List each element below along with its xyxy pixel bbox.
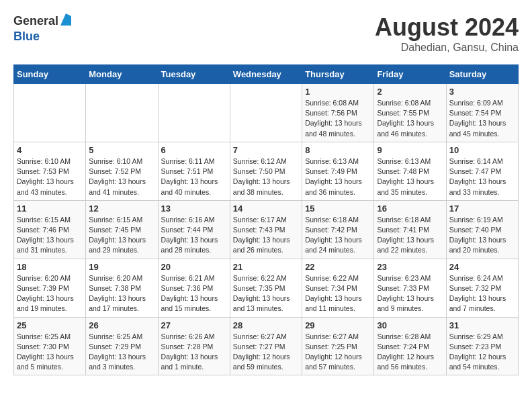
calendar-cell: 22Sunrise: 6:22 AM Sunset: 7:34 PM Dayli…: [302, 259, 374, 317]
logo-icon: [60, 13, 71, 26]
calendar-cell: 20Sunrise: 6:21 AM Sunset: 7:36 PM Dayli…: [158, 259, 230, 317]
day-number: 29: [305, 320, 371, 330]
day-of-week-header: Wednesday: [230, 65, 302, 84]
calendar-header-row: SundayMondayTuesdayWednesdayThursdayFrid…: [14, 65, 519, 84]
calendar-cell: [230, 84, 302, 142]
calendar-cell: 24Sunrise: 6:24 AM Sunset: 7:32 PM Dayli…: [446, 259, 518, 317]
day-info: Sunrise: 6:08 AM Sunset: 7:55 PM Dayligh…: [377, 98, 443, 139]
day-of-week-header: Thursday: [302, 65, 374, 84]
day-of-week-header: Saturday: [446, 65, 518, 84]
day-info: Sunrise: 6:23 AM Sunset: 7:33 PM Dayligh…: [377, 273, 443, 314]
day-info: Sunrise: 6:15 AM Sunset: 7:45 PM Dayligh…: [89, 215, 154, 256]
calendar-cell: 7Sunrise: 6:12 AM Sunset: 7:50 PM Daylig…: [230, 142, 302, 200]
day-number: 7: [233, 145, 299, 155]
day-number: 6: [161, 145, 227, 155]
calendar-cell: 1Sunrise: 6:08 AM Sunset: 7:56 PM Daylig…: [302, 84, 374, 142]
day-info: Sunrise: 6:18 AM Sunset: 7:41 PM Dayligh…: [377, 215, 443, 256]
calendar-cell: 19Sunrise: 6:20 AM Sunset: 7:38 PM Dayli…: [86, 259, 158, 317]
day-number: 24: [449, 262, 515, 272]
day-info: Sunrise: 6:25 AM Sunset: 7:30 PM Dayligh…: [17, 332, 83, 373]
calendar-cell: 2Sunrise: 6:08 AM Sunset: 7:55 PM Daylig…: [374, 84, 446, 142]
day-number: 4: [17, 145, 83, 155]
day-number: 14: [233, 203, 299, 214]
day-number: 9: [377, 145, 443, 155]
day-number: 17: [449, 203, 515, 214]
calendar-cell: 25Sunrise: 6:25 AM Sunset: 7:30 PM Dayli…: [14, 317, 86, 375]
day-number: 20: [161, 262, 227, 272]
day-number: 3: [449, 87, 515, 97]
page-header: General Blue August 2024 Dahedian, Gansu…: [13, 13, 519, 54]
location-subtitle: Dahedian, Gansu, China: [375, 42, 519, 54]
calendar-cell: 17Sunrise: 6:19 AM Sunset: 7:40 PM Dayli…: [446, 200, 518, 259]
calendar-cell: 11Sunrise: 6:15 AM Sunset: 7:46 PM Dayli…: [14, 200, 86, 259]
day-info: Sunrise: 6:14 AM Sunset: 7:47 PM Dayligh…: [449, 156, 515, 197]
day-number: 12: [89, 203, 154, 214]
calendar-cell: 6Sunrise: 6:11 AM Sunset: 7:51 PM Daylig…: [158, 142, 230, 200]
calendar-week-row: 1Sunrise: 6:08 AM Sunset: 7:56 PM Daylig…: [14, 84, 519, 142]
day-info: Sunrise: 6:18 AM Sunset: 7:42 PM Dayligh…: [305, 215, 371, 256]
day-info: Sunrise: 6:20 AM Sunset: 7:38 PM Dayligh…: [89, 273, 154, 314]
calendar-cell: 9Sunrise: 6:13 AM Sunset: 7:48 PM Daylig…: [374, 142, 446, 200]
day-info: Sunrise: 6:13 AM Sunset: 7:49 PM Dayligh…: [305, 156, 371, 197]
calendar-week-row: 4Sunrise: 6:10 AM Sunset: 7:53 PM Daylig…: [14, 142, 519, 200]
calendar-week-row: 11Sunrise: 6:15 AM Sunset: 7:46 PM Dayli…: [14, 200, 519, 259]
day-info: Sunrise: 6:27 AM Sunset: 7:25 PM Dayligh…: [305, 332, 371, 373]
calendar-cell: 5Sunrise: 6:10 AM Sunset: 7:52 PM Daylig…: [86, 142, 158, 200]
svg-marker-0: [60, 13, 71, 26]
calendar-cell: 8Sunrise: 6:13 AM Sunset: 7:49 PM Daylig…: [302, 142, 374, 200]
calendar-cell: 31Sunrise: 6:29 AM Sunset: 7:23 PM Dayli…: [446, 317, 518, 375]
day-info: Sunrise: 6:10 AM Sunset: 7:53 PM Dayligh…: [17, 156, 83, 197]
day-number: 22: [305, 262, 371, 272]
calendar-cell: 28Sunrise: 6:27 AM Sunset: 7:27 PM Dayli…: [230, 317, 302, 375]
month-year-title: August 2024: [375, 13, 519, 42]
calendar-cell: [14, 84, 86, 142]
day-info: Sunrise: 6:10 AM Sunset: 7:52 PM Dayligh…: [89, 156, 154, 197]
calendar-cell: 16Sunrise: 6:18 AM Sunset: 7:41 PM Dayli…: [374, 200, 446, 259]
day-info: Sunrise: 6:15 AM Sunset: 7:46 PM Dayligh…: [17, 215, 83, 256]
day-info: Sunrise: 6:19 AM Sunset: 7:40 PM Dayligh…: [449, 215, 515, 256]
calendar-cell: 10Sunrise: 6:14 AM Sunset: 7:47 PM Dayli…: [446, 142, 518, 200]
day-info: Sunrise: 6:12 AM Sunset: 7:50 PM Dayligh…: [233, 156, 299, 197]
day-number: 30: [377, 320, 443, 330]
calendar-cell: 15Sunrise: 6:18 AM Sunset: 7:42 PM Dayli…: [302, 200, 374, 259]
day-number: 31: [449, 320, 515, 330]
day-of-week-header: Monday: [86, 65, 158, 84]
day-info: Sunrise: 6:09 AM Sunset: 7:54 PM Dayligh…: [449, 98, 515, 139]
day-info: Sunrise: 6:24 AM Sunset: 7:32 PM Dayligh…: [449, 273, 515, 314]
calendar-cell: 21Sunrise: 6:22 AM Sunset: 7:35 PM Dayli…: [230, 259, 302, 317]
day-info: Sunrise: 6:27 AM Sunset: 7:27 PM Dayligh…: [233, 332, 299, 373]
calendar-cell: 27Sunrise: 6:26 AM Sunset: 7:28 PM Dayli…: [158, 317, 230, 375]
day-info: Sunrise: 6:25 AM Sunset: 7:29 PM Dayligh…: [89, 332, 154, 373]
day-info: Sunrise: 6:17 AM Sunset: 7:43 PM Dayligh…: [233, 215, 299, 256]
day-info: Sunrise: 6:28 AM Sunset: 7:24 PM Dayligh…: [377, 332, 443, 373]
day-number: 28: [233, 320, 299, 330]
day-number: 13: [161, 203, 227, 214]
logo-blue: Blue: [13, 30, 40, 44]
day-number: 19: [89, 262, 154, 272]
day-info: Sunrise: 6:08 AM Sunset: 7:56 PM Dayligh…: [305, 98, 371, 139]
title-block: August 2024 Dahedian, Gansu, China: [375, 13, 519, 54]
day-number: 23: [377, 262, 443, 272]
day-info: Sunrise: 6:21 AM Sunset: 7:36 PM Dayligh…: [161, 273, 227, 314]
calendar-cell: 14Sunrise: 6:17 AM Sunset: 7:43 PM Dayli…: [230, 200, 302, 259]
day-number: 10: [449, 145, 515, 155]
day-info: Sunrise: 6:22 AM Sunset: 7:35 PM Dayligh…: [233, 273, 299, 314]
calendar-cell: [158, 84, 230, 142]
day-info: Sunrise: 6:22 AM Sunset: 7:34 PM Dayligh…: [305, 273, 371, 314]
calendar-cell: 29Sunrise: 6:27 AM Sunset: 7:25 PM Dayli…: [302, 317, 374, 375]
day-of-week-header: Friday: [374, 65, 446, 84]
calendar-week-row: 25Sunrise: 6:25 AM Sunset: 7:30 PM Dayli…: [14, 317, 519, 375]
day-of-week-header: Tuesday: [158, 65, 230, 84]
day-number: 8: [305, 145, 371, 155]
day-number: 1: [305, 87, 371, 97]
calendar-cell: 4Sunrise: 6:10 AM Sunset: 7:53 PM Daylig…: [14, 142, 86, 200]
calendar-cell: 12Sunrise: 6:15 AM Sunset: 7:45 PM Dayli…: [86, 200, 158, 259]
day-number: 26: [89, 320, 154, 330]
calendar-cell: 23Sunrise: 6:23 AM Sunset: 7:33 PM Dayli…: [374, 259, 446, 317]
calendar-cell: 30Sunrise: 6:28 AM Sunset: 7:24 PM Dayli…: [374, 317, 446, 375]
calendar-cell: 3Sunrise: 6:09 AM Sunset: 7:54 PM Daylig…: [446, 84, 518, 142]
day-number: 16: [377, 203, 443, 214]
day-number: 25: [17, 320, 83, 330]
day-number: 15: [305, 203, 371, 214]
day-number: 2: [377, 87, 443, 97]
